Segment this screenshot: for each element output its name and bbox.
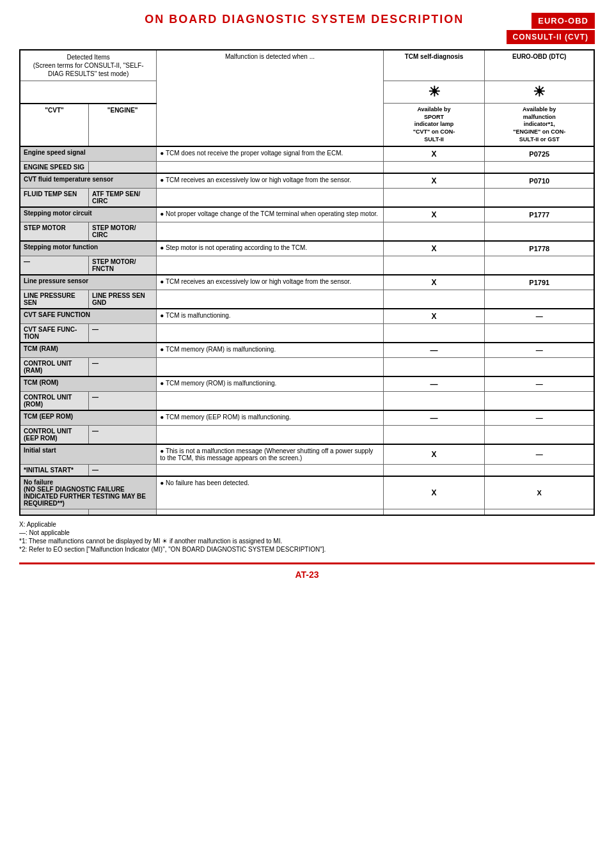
- section-label-8: TCM (EEP ROM): [20, 410, 157, 426]
- engine-code-5: —: [89, 324, 157, 343]
- euro-cell-10: X: [485, 476, 594, 509]
- tcm-cell-1: X: [383, 173, 485, 189]
- engine-code-4: LINE PRESS SEN GND: [89, 290, 157, 309]
- code-row-7: CONTROL UNIT (ROM)—: [20, 392, 594, 411]
- euro-empty-3: [485, 256, 594, 275]
- euro-empty-6: [485, 358, 594, 377]
- code-row-6: CONTROL UNIT (RAM)—: [20, 358, 594, 377]
- malfunction-empty-2: [157, 222, 383, 242]
- euro-empty-8: [485, 426, 594, 445]
- col-sub-engine: "ENGINE": [89, 104, 157, 147]
- tcm-empty-4: [383, 290, 485, 309]
- euro-cell-5: —: [485, 309, 594, 324]
- section-label-4: Line pressure sensor: [20, 275, 157, 290]
- section-label-3: Stepping motor function: [20, 241, 157, 256]
- col-header-euro: EURO-OBD (DTC): [485, 50, 594, 81]
- section-label-6: TCM (RAM): [20, 343, 157, 358]
- engine-code-2: STEP MOTOR/ CIRC: [89, 222, 157, 242]
- tcm-icon-cell: ☀: [383, 81, 485, 104]
- tcm-empty-8: [383, 426, 485, 445]
- cvt-code-4: LINE PRESSURE SEN: [20, 290, 89, 309]
- tcm-empty-6: [383, 358, 485, 377]
- section-label-1: CVT fluid temperature sensor: [20, 173, 157, 189]
- col-header-tcm: TCM self-diagnosis: [383, 50, 485, 81]
- euro-cell-6: —: [485, 343, 594, 358]
- section-label-5: CVT SAFE FUNCTION: [20, 309, 157, 324]
- tcm-empty-2: [383, 222, 485, 242]
- tcm-empty-5: [383, 324, 485, 343]
- tcm-cell-8: —: [383, 410, 485, 426]
- table-body: Engine speed signal● TCM does not receiv…: [20, 146, 594, 515]
- malfunction-cell-6: ● TCM memory (RAM) is malfunctioning.: [157, 343, 383, 358]
- cvt-code-2: STEP MOTOR: [20, 222, 89, 242]
- cvt-code-0: ENGINE SPEED SIG: [20, 162, 89, 174]
- engine-code-7: —: [89, 392, 157, 411]
- tcm-cell-0: X: [383, 146, 485, 162]
- col-header-malfunction: Malfunction is detected when ...: [157, 50, 383, 146]
- footer-x-applicable: X: Applicable: [19, 521, 595, 528]
- tcm-empty-9: [383, 465, 485, 477]
- euro-empty-1: [485, 189, 594, 208]
- section-row-5: CVT SAFE FUNCTION● TCM is malfunctioning…: [20, 309, 594, 324]
- euro-empty-10: [485, 509, 594, 516]
- malfunction-empty-10: [157, 509, 383, 516]
- malfunction-empty-3: [157, 256, 383, 275]
- code-row-4: LINE PRESSURE SENLINE PRESS SEN GND: [20, 290, 594, 309]
- euro-icon-cell: ☀: [485, 81, 594, 104]
- main-table: Detected Items (Screen terms for CONSULT…: [19, 49, 595, 516]
- tcm-empty-1: [383, 189, 485, 208]
- cvt-code-10: [20, 509, 89, 516]
- badge-euro: EURO-OBD: [531, 13, 595, 29]
- tcm-cell-4: X: [383, 275, 485, 290]
- page-header: ON BOARD DIAGNOSTIC SYSTEM DESCRIPTION E…: [19, 13, 595, 44]
- malfunction-empty-4: [157, 290, 383, 309]
- section-row-9: Initial start● This is not a malfunction…: [20, 444, 594, 465]
- code-row-3: —STEP MOTOR/ FNCTN: [20, 256, 594, 275]
- page-title: ON BOARD DIAGNOSTIC SYSTEM DESCRIPTION: [102, 13, 507, 26]
- euro-cell-2: P1777: [485, 207, 594, 222]
- section-row-7: TCM (ROM)● TCM memory (ROM) is malfuncti…: [20, 376, 594, 392]
- cvt-code-7: CONTROL UNIT (ROM): [20, 392, 89, 411]
- section-row-1: CVT fluid temperature sensor● TCM receiv…: [20, 173, 594, 189]
- euro-cell-9: —: [485, 444, 594, 465]
- malfunction-cell-2: ● Not proper voltage change of the TCM t…: [157, 207, 383, 222]
- tcm-empty-3: [383, 256, 485, 275]
- malfunction-empty-7: [157, 392, 383, 411]
- malfunction-cell-1: ● TCM receives an excessively low or hig…: [157, 173, 383, 189]
- section-row-3: Stepping motor function● Step motor is n…: [20, 241, 594, 256]
- euro-empty-4: [485, 290, 594, 309]
- malfunction-empty-8: [157, 426, 383, 445]
- euro-empty-2: [485, 222, 594, 242]
- cvt-code-3: —: [20, 256, 89, 275]
- tcm-cell-5: X: [383, 309, 485, 324]
- malfunction-cell-0: ● TCM does not receive the proper voltag…: [157, 146, 383, 162]
- section-row-8: TCM (EEP ROM)● TCM memory (EEP ROM) is m…: [20, 410, 594, 426]
- euro-empty-0: [485, 162, 594, 174]
- section-label-0: Engine speed signal: [20, 146, 157, 162]
- col-sub-cvt: "CVT": [20, 104, 89, 147]
- engine-code-10: [89, 509, 157, 516]
- euro-empty-7: [485, 392, 594, 411]
- malfunction-cell-10: ● No failure has been detected.: [157, 476, 383, 509]
- section-row-4: Line pressure sensor● TCM receives an ex…: [20, 275, 594, 290]
- engine-code-1: ATF TEMP SEN/ CIRC: [89, 189, 157, 208]
- section-label-7: TCM (ROM): [20, 376, 157, 392]
- code-row-0: ENGINE SPEED SIG: [20, 162, 594, 174]
- euro-cell-3: P1778: [485, 241, 594, 256]
- footer-section: X: Applicable —: Not applicable *1: Thes…: [19, 521, 595, 553]
- tcm-empty-0: [383, 162, 485, 174]
- section-row-0: Engine speed signal● TCM does not receiv…: [20, 146, 594, 162]
- tcm-cell-7: —: [383, 376, 485, 392]
- engine-code-9: —: [89, 465, 157, 477]
- tcm-cell-2: X: [383, 207, 485, 222]
- col-header-detected: Detected Items (Screen terms for CONSULT…: [20, 50, 157, 81]
- euro-cell-4: P1791: [485, 275, 594, 290]
- tcm-availability-text: Available bySPORTindicator lamp"CVT" on …: [383, 104, 485, 147]
- euro-empty-9: [485, 465, 594, 477]
- header-badge: EURO-OBD CONSULT-II (CVT): [507, 13, 595, 44]
- section-label-9: Initial start: [20, 444, 157, 465]
- malfunction-cell-5: ● TCM is malfunctioning.: [157, 309, 383, 324]
- code-row-5: CVT SAFE FUNC-TION—: [20, 324, 594, 343]
- col-header-blank: [20, 81, 157, 104]
- section-label-10: No failure (NO SELF DIAGNOSTIC FAILURE I…: [20, 476, 157, 509]
